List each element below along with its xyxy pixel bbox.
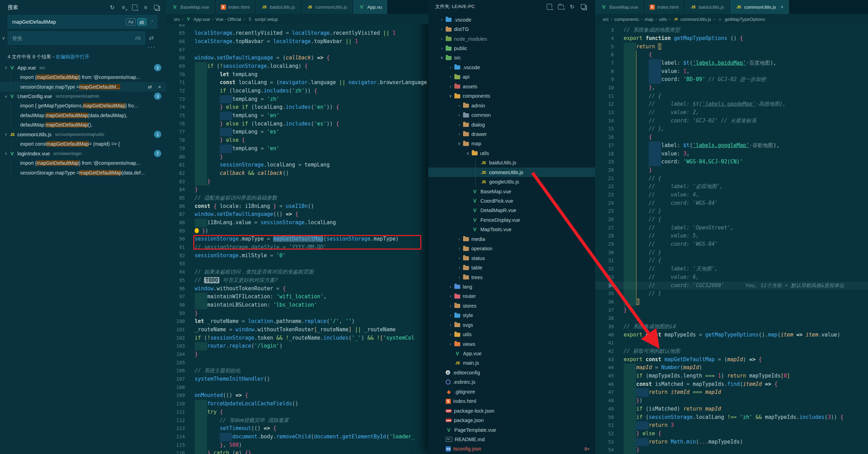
code-line[interactable]: 66localStorage.topNavbar = localStorage.… (166, 38, 428, 46)
clear-search-results-icon[interactable]: ≡ (120, 5, 127, 11)
code-line[interactable]: 23 // value: 4, (595, 191, 868, 199)
search-match-line[interactable]: import { mapGetDefaultMap } from '@compo… (0, 158, 166, 168)
line-number[interactable]: 9 (595, 75, 614, 84)
line-number[interactable]: 41 (595, 339, 614, 347)
tree-row-table[interactable]: ›table (428, 263, 595, 272)
tree-row-coordpick-vue[interactable]: VCoordPick.vue (428, 196, 595, 205)
code-line[interactable]: 86const { locale: i18nLang } = useI18n() (166, 202, 428, 211)
tree-row-lang[interactable]: ›lang (428, 282, 595, 291)
line-number[interactable]: 80 (166, 153, 185, 161)
line-number[interactable]: 14 (595, 117, 614, 125)
code-line[interactable]: 53 return Math.min(...mapTypeIds) (595, 438, 868, 446)
line-number[interactable]: 113 (166, 424, 185, 433)
line-number[interactable]: 115 (166, 441, 185, 449)
tree-row-fencedisplay-vue[interactable]: VFenceDisplay.vue (428, 215, 595, 225)
tree-row-components[interactable]: ∨components (428, 91, 595, 101)
new-file-icon[interactable] (546, 3, 552, 10)
line-number[interactable]: 112 (166, 416, 185, 425)
code-line[interactable]: 112 // 等dom挂载完毕 清除遮罩 (166, 416, 428, 425)
toggle-replace-icon[interactable]: ∨ (0, 35, 7, 41)
code-line[interactable]: 54 } (595, 446, 868, 454)
line-number[interactable]: 82 (166, 169, 185, 178)
tree-row-common[interactable]: ›common (428, 110, 595, 120)
code-line[interactable]: 34 // coord: 'CGCS2000'You, 11个月前 • 默认导航… (595, 282, 868, 290)
line-number[interactable]: 43 (595, 356, 614, 364)
line-number[interactable]: 31 (595, 257, 614, 265)
close-icon[interactable]: × (780, 4, 783, 10)
line-number[interactable]: 92 (166, 252, 185, 260)
search-match-line[interactable]: sessionStorage.mapType = mapGetDefaultM.… (0, 82, 166, 91)
chevron-down-icon[interactable]: ∨ (3, 151, 9, 156)
line-number[interactable]: 71 (166, 79, 185, 87)
line-number[interactable]: 42 (595, 347, 614, 356)
code-line[interactable]: 105 (166, 359, 428, 367)
code-line[interactable]: 39// 系统集成地图的id (595, 323, 868, 331)
tree-row-detailmapr-vue[interactable]: VDetailMapR.vue (428, 206, 595, 215)
code-line[interactable]: 113 setTimeout(() => { (166, 424, 428, 433)
code-line[interactable]: 15 // }, (595, 125, 868, 133)
breadcrumb-item-components[interactable]: components (614, 17, 639, 22)
code-line[interactable]: 100let _routeName = location.pathname.re… (166, 317, 428, 326)
line-number[interactable]: 28 (595, 232, 614, 240)
editor-tab-index-html[interactable]: 5index.html (644, 0, 685, 14)
chevron-right-icon[interactable]: › (438, 17, 446, 22)
code-line[interactable]: 69 if (!sessionStorage.localLang) { (166, 62, 428, 71)
code-line[interactable]: 116 } catch (e) {} (166, 449, 428, 454)
line-number[interactable]: 108 (166, 383, 185, 392)
line-number[interactable]: 23 (595, 191, 614, 199)
code-line[interactable]: 33 // value: 6, (595, 273, 868, 282)
code-line[interactable]: 89}) (166, 227, 428, 235)
search-result-file-commonutils-js[interactable]: ∨JScommonUtils.jssrc\components\map\util… (0, 130, 166, 139)
code-line[interactable]: 38 (595, 314, 868, 323)
line-number[interactable]: 51 (595, 421, 614, 430)
search-match-line[interactable]: defaultMap: mapGetDefaultMap(data.defaul… (0, 111, 166, 120)
code-line[interactable]: 8 value: 1, (595, 67, 868, 76)
code-line[interactable]: 108 (166, 383, 428, 392)
code-line[interactable]: 11 // { (595, 92, 868, 100)
code-line[interactable]: 70 let tempLang (166, 71, 428, 79)
tree-row-baiduutils-js[interactable]: JSbaiduUtils.js (428, 158, 595, 168)
code-line[interactable]: 35 // } (595, 290, 868, 298)
search-match-line[interactable]: defaultMap: mapGetDefaultMap(), (0, 120, 166, 130)
code-line[interactable]: 26 // { (595, 216, 868, 224)
editor-tab-app-vu[interactable]: VApp.vu (353, 0, 388, 14)
search-match-line[interactable]: import { getMapTypeOptions, mapGetDefaul… (0, 101, 166, 111)
line-number[interactable]: 29 (595, 240, 614, 249)
line-number[interactable]: 66 (166, 38, 185, 46)
line-number[interactable]: 49 (595, 405, 614, 413)
line-number[interactable]: 68 (166, 54, 185, 62)
code-line[interactable]: 14 // coord: 'GCJ-02' // 火星坐标系 (595, 117, 868, 125)
breadcrumb-item-src[interactable]: src (603, 17, 609, 22)
tree-row-media[interactable]: ›media (428, 234, 595, 244)
line-number[interactable]: 21 (595, 175, 614, 183)
code-line[interactable]: 49 if (isMatched) return mapId (595, 405, 868, 413)
chevron-right-icon[interactable]: › (447, 323, 454, 327)
line-number[interactable]: 38 (595, 314, 614, 323)
new-folder-icon[interactable] (558, 3, 564, 10)
code-line[interactable]: 7 label: $t('labels.baiduMap'·百度地图), (595, 59, 868, 67)
code-line[interactable]: 109onMounted(() => { (166, 391, 428, 400)
tree-row-maptools-vue[interactable]: VMapTools.vue (428, 225, 595, 234)
line-number[interactable]: 18 (595, 150, 614, 158)
line-number[interactable]: 94 (166, 268, 185, 276)
code-line[interactable]: 88 i18nLang.value = sessionStorage.local… (166, 219, 428, 227)
line-number[interactable]: 79 (166, 145, 185, 153)
tree-row--vscode[interactable]: ›.vscode (428, 15, 595, 24)
line-number[interactable]: 50 (595, 413, 614, 422)
code-line[interactable]: 114 document.body.removeChild(document.g… (166, 433, 428, 441)
breadcrumb-item-commonutils-js[interactable]: JScommonUtils.js (673, 16, 711, 22)
code-line[interactable]: 115 }, 500) (166, 441, 428, 449)
code-line[interactable]: 74 } else if (localLang.includes('en')) … (166, 103, 428, 112)
code-line[interactable]: 43export const mapGetDefaultMap = (mapId… (595, 356, 868, 364)
tree-row-map[interactable]: ∨map (428, 139, 595, 148)
code-line[interactable]: 78 } else { (166, 136, 428, 145)
chevron-right-icon[interactable]: › (447, 342, 454, 347)
code-line[interactable]: 18 value: 3, (595, 150, 868, 158)
tree-row-disttg[interactable]: ›distTG (428, 24, 595, 34)
code-line[interactable]: 83 } (166, 178, 428, 186)
tree-row-basemap-vue[interactable]: VBaseMap.vue (428, 187, 595, 196)
code-line[interactable]: 99} (166, 309, 428, 318)
code-line[interactable]: 76 } else if (localLang.includes('es')) … (166, 120, 428, 128)
line-number[interactable]: 102 (166, 334, 185, 342)
line-number[interactable]: 36 (595, 298, 614, 306)
